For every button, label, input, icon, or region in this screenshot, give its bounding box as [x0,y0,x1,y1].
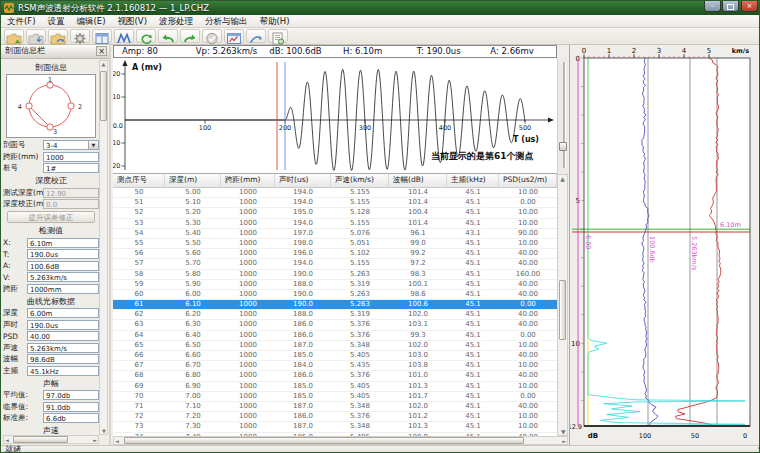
field-input[interactable]: 91.0db [43,402,99,412]
field-input[interactable]: 6.00m [27,308,99,318]
undo-button[interactable] [158,29,178,43]
table-row[interactable]: 686.801000186.05.376101.045.140.00 [113,371,557,381]
table-row[interactable]: 626.201000188.05.319102.045.140.00 [113,310,557,320]
maximize-button[interactable] [722,1,739,12]
scroll-thumb[interactable] [559,280,566,340]
svg-text:100: 100 [639,432,651,440]
menu-item[interactable]: 视图(V) [112,15,153,27]
field-input[interactable]: 1000 [43,152,99,162]
table-cell: 68 [113,371,165,380]
scroll-thumb[interactable] [124,437,524,444]
table-row[interactable]: 525.201000195.05.128100.445.110.00 [113,208,557,218]
table-row[interactable]: 606.001000190.05.26398.645.140.00 [113,290,557,300]
column-header[interactable]: 波幅(dB) [389,174,447,187]
table-horizontal-scrollbar[interactable]: ◄► [113,436,568,445]
table-cell: 5.70 [165,259,221,268]
table-row[interactable]: 515.101000194.05.155101.445.10.00 [113,198,557,208]
refresh-button[interactable] [136,29,156,43]
depth-profile-chart[interactable]: 012345km/s051012.9dB1005006.00100.6db5.2… [569,45,760,445]
table-row[interactable]: 585.801000190.05.26398.345.1160.00 [113,270,557,280]
chevron-down-icon[interactable]: ▼ [88,141,98,149]
field-input[interactable]: 190.0us [27,249,99,259]
field-input[interactable]: 190.0us [27,320,99,330]
close-button[interactable]: × [741,1,758,12]
table-row[interactable]: 555.501000198.05.05199.045.110.00 [113,239,557,249]
table-row[interactable]: 575.701000194.05.15597.245.140.00 [113,259,557,269]
lift-correction-button: 提升误差修正 [7,211,95,223]
field-select[interactable]: 3-4▼ [43,140,99,150]
slider-thumb[interactable] [559,142,567,151]
table-row[interactable]: 696.901000185.05.405101.345.110.00 [113,382,557,392]
table-row[interactable]: 535.301000194.05.155101.445.110.00 [113,219,557,229]
table-row[interactable]: 676.701000184.05.435103.845.110.00 [113,361,557,371]
gain-slider[interactable] [557,58,568,174]
menu-item[interactable]: 分析与输出 [199,15,254,27]
table-row[interactable]: 505.001000194.05.155101.445.110.00 [113,188,557,198]
redo-button[interactable] [180,29,200,43]
open-file-button[interactable] [4,29,24,43]
resize-grip[interactable] [752,447,760,453]
field-input[interactable]: 40.00 [27,331,99,341]
field-input[interactable]: 6.6db [43,413,99,423]
column-header[interactable]: 深度(m) [165,174,221,187]
measurement-table: 测点序号深度(m)跨距(mm)声时(us)声速(km/s)波幅(dB)主频(kH… [113,174,557,436]
transfer-button[interactable] [246,29,266,43]
table-row[interactable]: 737.301000187.05.348101.345.110.00 [113,422,557,432]
undo-icon [160,32,176,45]
menu-item[interactable]: 波形处理 [153,15,199,27]
column-header[interactable]: 跨距(mm) [221,174,275,187]
table-cell: 5.376 [331,320,389,329]
table-cell: 1000 [221,219,275,228]
column-header[interactable]: 测点序号 [113,174,165,187]
table-row[interactable]: 545.401000197.05.07696.143.190.00 [113,229,557,239]
column-header[interactable]: 声时(us) [275,174,331,187]
field-input[interactable]: 6.10m [27,238,99,248]
table-cell: 1000 [221,229,275,238]
waveform-plot[interactable]: 2010-10-201002003004005000.0A (mv)T (us)… [113,58,557,174]
column-header[interactable]: 主频(kHz) [447,174,499,187]
field-input[interactable]: 1000mm [27,284,99,294]
window-layout-button[interactable] [92,29,112,43]
menu-item[interactable]: 设置 [42,15,71,27]
field-input[interactable]: 1# [43,163,99,173]
field-input[interactable]: 5.263km/s [27,272,99,282]
table-row[interactable]: 717.101000187.05.348102.045.140.00 [113,402,557,412]
scroll-thumb[interactable] [13,436,68,443]
table-row[interactable]: 595.901000188.05.319100.145.140.00 [113,280,557,290]
sidebar-horizontal-scrollbar[interactable]: ◄► [3,435,99,444]
print-preview-button[interactable] [268,29,288,43]
table-row[interactable]: 636.301000186.05.376103.145.140.00 [113,320,557,330]
field-input[interactable]: 98.6dB [27,354,99,364]
table-row[interactable]: 666.601000185.05.405103.045.140.00 [113,351,557,361]
menu-item[interactable]: 文件(F) [1,15,42,27]
section-title-profile: 剖面信息 [3,62,99,73]
column-header[interactable]: PSD(us2/m) [499,174,557,187]
menu-item[interactable]: 编辑(E) [71,15,112,27]
save-file-button[interactable] [26,29,46,43]
table-row[interactable]: 656.501000187.05.348102.045.110.00 [113,341,557,351]
menu-item[interactable]: 帮助(H) [254,15,296,27]
field-input[interactable]: 45.1kHz [27,366,99,376]
table-row[interactable]: 616.101000190.05.263100.645.10.00 [113,300,557,310]
column-header[interactable]: 声速(km/s) [331,174,389,187]
table-cell: 40.00 [499,320,557,329]
sidebar-vertical-scrollbar[interactable]: ▲▼ [99,60,108,435]
waveform-view-button[interactable] [114,29,134,43]
report-window-button[interactable] [224,29,244,43]
table-row[interactable]: 707.001000185.05.405101.745.10.00 [113,392,557,402]
field-input[interactable]: 100.6dB [27,261,99,271]
scroll-thumb[interactable] [100,71,107,121]
settings-button[interactable] [70,29,90,43]
field-input[interactable]: 5.263km/s [27,343,99,353]
export-file-button[interactable] [48,29,68,43]
table-row[interactable]: 727.201000186.05.376101.245.110.00 [113,412,557,422]
table-vertical-scrollbar[interactable]: ▲▼ [557,174,568,436]
minimize-button[interactable]: – [704,1,721,12]
table-cell: 6.60 [165,351,221,360]
confirm-button[interactable] [202,29,222,43]
field-input[interactable]: 97.0db [43,390,99,400]
table-row[interactable]: 646.401000186.05.37699.345.10.00 [113,331,557,341]
table-cell: 5.102 [331,249,389,258]
sidebar-close-icon[interactable]: × [96,46,107,56]
table-row[interactable]: 565.601000196.05.10299.245.140.00 [113,249,557,259]
